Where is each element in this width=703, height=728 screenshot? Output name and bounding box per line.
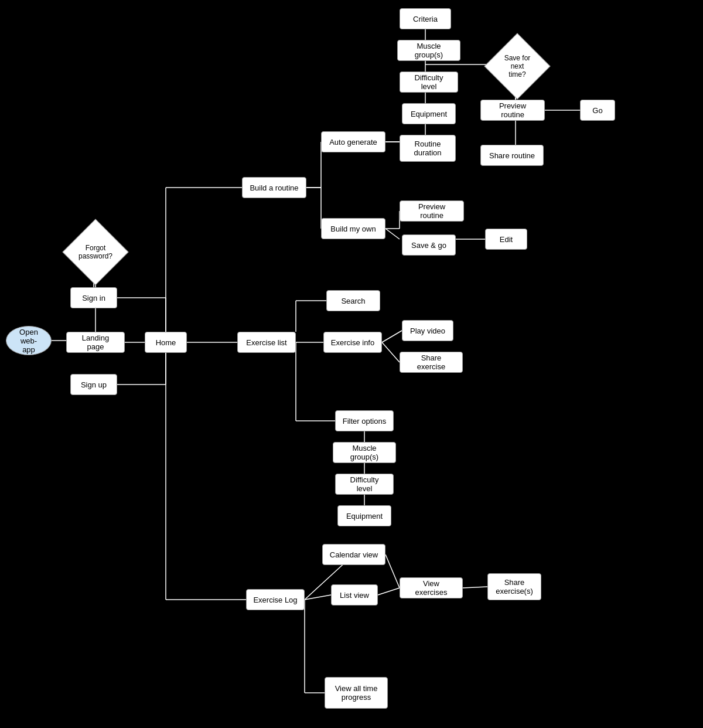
exercise-info-node: Exercise info — [323, 332, 382, 353]
share-routine-node: Share routine — [480, 145, 544, 166]
equipment-filter-node: Equipment — [337, 505, 391, 526]
routine-duration-node: Routine duration — [400, 135, 456, 162]
svg-line-48 — [305, 595, 331, 600]
calendar-view-node: Calendar view — [322, 544, 385, 565]
svg-line-52 — [378, 588, 400, 595]
edit-node: Edit — [485, 229, 527, 250]
home-node: Home — [145, 332, 187, 353]
go-node: Go — [580, 100, 615, 121]
svg-line-46 — [382, 342, 400, 362]
difficulty-filter-node: Difficulty level — [335, 474, 394, 495]
search-node: Search — [326, 290, 380, 311]
sign-in-node: Sign in — [70, 287, 117, 308]
play-video-node: Play video — [402, 320, 453, 341]
svg-line-32 — [385, 229, 400, 239]
open-webapp-label: Open web- app — [13, 328, 44, 354]
share-exercises-node: Share exercise(s) — [487, 573, 541, 600]
auto-generate-node: Auto generate — [321, 131, 385, 152]
view-exercises-node: View exercises — [400, 577, 463, 598]
build-my-own-node: Build my own — [321, 218, 385, 239]
exercise-log-node: Exercise Log — [246, 589, 305, 610]
svg-line-45 — [382, 331, 402, 342]
difficulty-auto-node: Difficulty level — [400, 72, 458, 93]
forgot-password-node: Forgotpassword? — [69, 226, 122, 278]
exercise-list-node: Exercise list — [237, 332, 296, 353]
open-webapp-node: Open web- app — [6, 326, 52, 355]
filter-options-node: Filter options — [335, 410, 394, 431]
list-view-node: List view — [331, 584, 378, 605]
muscle-groups-filter-node: Muscle group(s) — [333, 442, 396, 463]
view-all-time-node: View all time progress — [325, 677, 388, 709]
share-exercise-node: Share exercise — [400, 352, 463, 373]
save-and-go-node: Save & go — [402, 234, 456, 256]
sign-up-node: Sign up — [70, 374, 117, 395]
landing-page-node: Landing page — [66, 332, 125, 353]
save-for-next-node: Save fornext time? — [491, 40, 544, 93]
svg-line-51 — [385, 554, 400, 588]
preview-routine-own-node: Preview routine — [400, 200, 464, 222]
criteria-node: Criteria — [400, 8, 451, 29]
equipment-auto-node: Equipment — [402, 103, 456, 124]
muscle-groups-auto-node: Muscle group(s) — [397, 40, 460, 61]
build-a-routine-node: Build a routine — [242, 177, 306, 198]
preview-routine-auto-node: Preview routine — [480, 100, 545, 121]
svg-line-53 — [463, 587, 487, 588]
